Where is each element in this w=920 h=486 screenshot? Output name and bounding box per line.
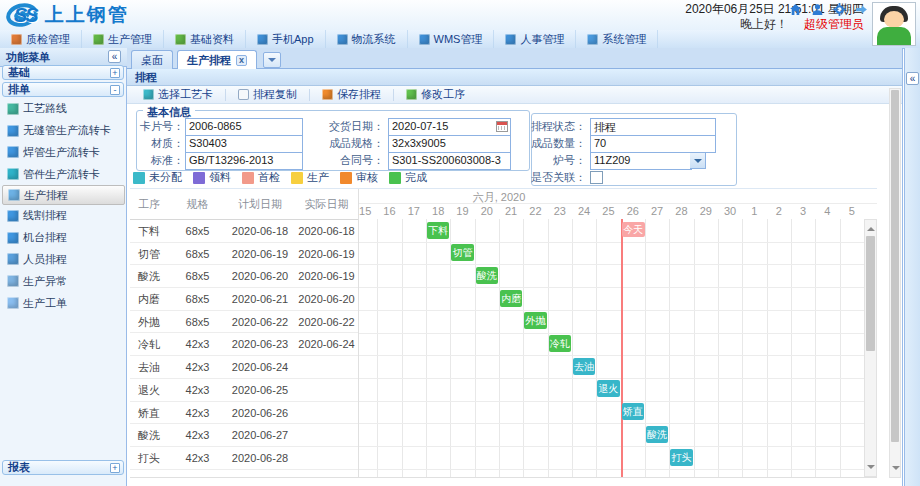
field-input-合同号：[interactable]: S301-SS200603008-3 — [388, 152, 511, 170]
gantt-gridline-h — [359, 287, 877, 288]
gantt-gridline-v — [840, 219, 841, 477]
menu-item-基础资料[interactable]: 基础资料 — [164, 30, 246, 48]
accordion-报表[interactable]: 报表+ — [2, 460, 124, 475]
menu-item-物流系统[interactable]: 物流系统 — [326, 30, 408, 48]
accordion-toggle-icon[interactable]: - — [110, 85, 120, 95]
menu-item-生产管理[interactable]: 生产管理 — [82, 30, 164, 48]
gantt-gridline-h — [359, 310, 877, 311]
scroll-down-icon[interactable] — [867, 465, 875, 473]
spec-cell: 68x5 — [170, 288, 225, 310]
field-input-标准：[interactable]: GB/T13296-2013 — [185, 152, 303, 170]
home-icon[interactable] — [789, 3, 802, 16]
gantt-bar-下料[interactable]: 下料 — [427, 222, 449, 239]
gantt-bar-冷轧[interactable]: 冷轧 — [549, 335, 571, 352]
scroll-up-icon[interactable] — [867, 223, 875, 231]
sidebar-item-机台排程[interactable]: 机台排程 — [2, 227, 125, 249]
sidebar-item-无缝管生产流转卡[interactable]: 无缝管生产流转卡 — [2, 120, 125, 142]
accordion-基础[interactable]: 基础+ — [2, 65, 124, 80]
gantt-gridline-h — [359, 446, 877, 447]
accordion-排单[interactable]: 排单- — [2, 82, 124, 97]
table-row-酸洗[interactable]: 酸洗42x32020-06-27 — [130, 424, 358, 447]
menu-item-手机App[interactable]: 手机App — [246, 30, 326, 48]
toolbar-button-排程复制[interactable]: 排程复制 — [228, 87, 307, 103]
furnace-dropdown-icon[interactable] — [690, 152, 706, 169]
field-input-排程状态：[interactable]: 排程 — [590, 118, 716, 136]
gantt-scroll-thumb[interactable] — [866, 236, 875, 351]
field-input-交货日期：[interactable]: 2020-07-15 — [388, 118, 511, 136]
gantt-gridline-h — [359, 242, 877, 243]
sidebar-item-生产排程[interactable]: 生产排程 — [2, 185, 125, 205]
table-row-冷轧[interactable]: 冷轧42x32020-06-232020-06-24 — [130, 333, 358, 356]
wms-icon — [419, 34, 430, 45]
avatar[interactable] — [872, 2, 916, 46]
right-collapsed-panel[interactable]: « — [904, 48, 920, 486]
gantt-bar-内磨[interactable]: 内磨 — [500, 290, 522, 307]
tab-生产排程[interactable]: 生产排程x — [177, 50, 257, 70]
gantt-bar-退火[interactable]: 退火 — [597, 380, 619, 397]
field-input-成品规格：[interactable]: 32x3x9005 — [388, 135, 511, 153]
panel-vertical-scrollbar[interactable] — [889, 88, 901, 478]
toolbar-button-修改工序[interactable]: 修改工序 — [396, 87, 475, 103]
table-row-矫直[interactable]: 矫直42x32020-06-26 — [130, 402, 358, 425]
hr-icon — [505, 34, 516, 45]
gantt-bar-外抛[interactable]: 外抛 — [524, 312, 546, 329]
table-row-外抛[interactable]: 外抛68x52020-06-222020-06-22 — [130, 311, 358, 334]
personnel-schedule-icon — [7, 253, 19, 265]
field-input-炉号：[interactable]: 11Z209 — [590, 152, 692, 170]
top-bar: SS 上上钢管 2020年06月25日 21:51:01 星期四 晚上好！超级管… — [0, 0, 920, 30]
panel-scroll-down-icon[interactable] — [892, 466, 900, 474]
gantt-bar-切管[interactable]: 切管 — [451, 244, 473, 261]
sidebar-item-生产工单[interactable]: 生产工单 — [2, 292, 125, 314]
field-label-卡片号：: 卡片号： — [136, 118, 184, 135]
system-icon — [587, 34, 598, 45]
process-table-header: 工序规格计划日期实际日期 — [130, 189, 358, 220]
current-user-link[interactable]: 超级管理员 — [804, 17, 864, 31]
user-lock-icon[interactable] — [811, 3, 824, 16]
right-panel-collapse-icon[interactable]: « — [906, 72, 919, 85]
table-row-退火[interactable]: 退火42x32020-06-25 — [130, 379, 358, 402]
gantt-bar-矫直[interactable]: 矫直 — [622, 403, 644, 420]
table-row-内磨[interactable]: 内磨68x52020-06-212020-06-20 — [130, 288, 358, 311]
accordion-toggle-icon[interactable]: + — [110, 68, 120, 78]
panel-scroll-thumb[interactable] — [891, 90, 899, 442]
gantt-day-4: 4 — [815, 204, 839, 218]
logout-arrow-icon[interactable] — [855, 3, 868, 16]
gantt-bar-酸洗[interactable]: 酸洗 — [646, 426, 668, 443]
field-input-材质：[interactable]: S30403 — [185, 135, 303, 153]
gantt-bar-酸洗[interactable]: 酸洗 — [476, 267, 498, 284]
tab-桌面[interactable]: 桌面 — [131, 50, 173, 69]
accordion-toggle-icon[interactable]: + — [110, 463, 120, 473]
sidebar-collapse-icon[interactable]: « — [108, 50, 121, 63]
toolbar-separator — [309, 89, 310, 101]
sidebar-item-label: 线割排程 — [23, 208, 67, 223]
gear-icon[interactable] — [833, 3, 846, 16]
tab-dropdown-button[interactable] — [263, 52, 281, 68]
sidebar-item-焊管生产流转卡[interactable]: 焊管生产流转卡 — [2, 142, 125, 164]
gantt-bar-去油[interactable]: 去油 — [573, 358, 595, 375]
menu-item-系统管理[interactable]: 系统管理 — [576, 30, 658, 48]
toolbar-button-选择工艺卡[interactable]: 选择工艺卡 — [133, 87, 223, 103]
menu-item-质检管理[interactable]: 质检管理 — [0, 30, 82, 48]
table-row-酸洗[interactable]: 酸洗68x52020-06-202020-06-19 — [130, 265, 358, 288]
actual-cell: 2020-06-20 — [295, 288, 358, 310]
gantt-gridline-v — [791, 219, 792, 477]
sidebar-item-人员排程[interactable]: 人员排程 — [2, 249, 125, 271]
sidebar-item-生产异常[interactable]: 生产异常 — [2, 270, 125, 292]
planned-cell: 2020-06-23 — [225, 333, 295, 355]
field-input-卡片号：[interactable]: 2006-0865 — [185, 118, 303, 136]
table-row-打头[interactable]: 打头42x32020-06-28 — [130, 447, 358, 470]
menu-item-人事管理[interactable]: 人事管理 — [494, 30, 576, 48]
table-row-去油[interactable]: 去油42x32020-06-24 — [130, 356, 358, 379]
sidebar-item-线割排程[interactable]: 线割排程 — [2, 205, 125, 227]
toolbar-button-保存排程[interactable]: 保存排程 — [312, 87, 391, 103]
gantt-vertical-scrollbar[interactable] — [864, 219, 877, 477]
menu-item-WMS管理[interactable]: WMS管理 — [408, 30, 495, 48]
gantt-bar-打头[interactable]: 打头 — [670, 449, 692, 466]
table-row-下料[interactable]: 下料68x52020-06-182020-06-18 — [130, 220, 358, 243]
table-row-切管[interactable]: 切管68x52020-06-192020-06-19 — [130, 243, 358, 266]
sidebar-item-管件生产流转卡[interactable]: 管件生产流转卡 — [2, 163, 125, 185]
field-input-成品数量：[interactable]: 70 — [590, 135, 716, 153]
associated-checkbox[interactable] — [590, 171, 603, 184]
sidebar-item-工艺路线[interactable]: 工艺路线 — [2, 98, 125, 120]
tab-close-icon[interactable]: x — [236, 55, 247, 66]
